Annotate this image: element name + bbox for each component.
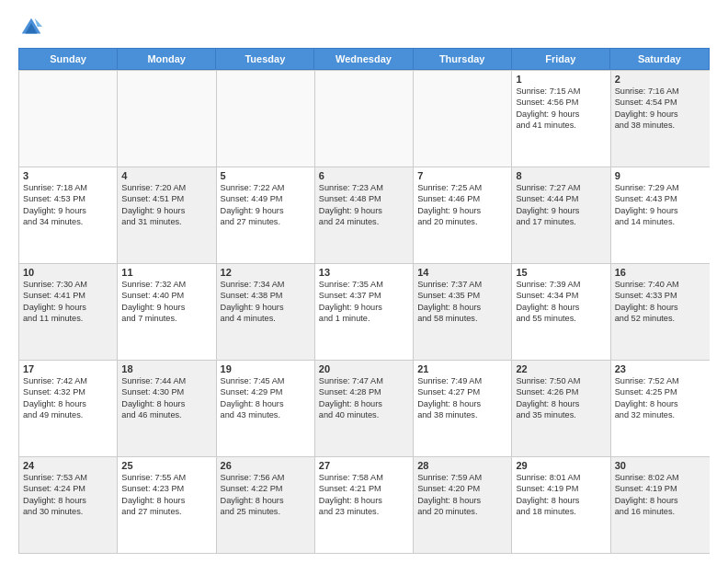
calendar-cell-23: 23Sunrise: 7:52 AMSunset: 4:25 PMDayligh…	[611, 361, 710, 456]
cell-line: Daylight: 9 hours	[23, 302, 113, 313]
cell-line: Sunrise: 8:01 AM	[516, 472, 606, 483]
page: SundayMondayTuesdayWednesdayThursdayFrid…	[0, 0, 728, 563]
cell-line: Sunrise: 7:27 AM	[516, 182, 606, 193]
cell-line: Daylight: 9 hours	[615, 205, 706, 216]
cell-line: and 43 minutes.	[221, 409, 311, 420]
cell-line: and 46 minutes.	[121, 409, 211, 420]
calendar-row-1: 1Sunrise: 7:15 AMSunset: 4:56 PMDaylight…	[19, 70, 710, 167]
calendar-cell-empty-3	[315, 71, 414, 167]
day-header-sunday: Sunday	[19, 49, 118, 69]
cell-line: Sunrise: 7:42 AM	[23, 375, 113, 386]
day-number: 28	[417, 460, 507, 471]
cell-line: Sunset: 4:40 PM	[121, 290, 211, 301]
calendar-cell-8: 8Sunrise: 7:27 AMSunset: 4:44 PMDaylight…	[512, 167, 610, 263]
cell-line: Daylight: 8 hours	[615, 398, 706, 409]
day-number: 11	[121, 267, 211, 278]
cell-line: Sunrise: 7:58 AM	[319, 472, 409, 483]
cell-line: Sunrise: 7:44 AM	[121, 375, 211, 386]
cell-line: Daylight: 8 hours	[121, 495, 211, 506]
cell-line: Sunrise: 7:47 AM	[319, 375, 409, 386]
calendar-cell-20: 20Sunrise: 7:47 AMSunset: 4:28 PMDayligh…	[315, 361, 414, 456]
day-number: 13	[319, 267, 409, 278]
cell-line: Daylight: 8 hours	[516, 302, 606, 313]
cell-line: Sunset: 4:20 PM	[417, 483, 507, 494]
calendar-cell-25: 25Sunrise: 7:55 AMSunset: 4:23 PMDayligh…	[118, 457, 216, 553]
calendar-cell-2: 2Sunrise: 7:16 AMSunset: 4:54 PMDaylight…	[611, 71, 710, 167]
cell-line: Daylight: 9 hours	[516, 109, 606, 120]
logo-icon	[18, 15, 44, 40]
cell-line: and 4 minutes.	[221, 313, 311, 324]
svg-marker-2	[35, 18, 42, 27]
cell-line: Sunset: 4:35 PM	[417, 290, 507, 301]
cell-line: Sunrise: 7:52 AM	[615, 375, 706, 386]
cell-line: Sunset: 4:27 PM	[417, 386, 507, 397]
day-number: 22	[516, 363, 606, 374]
cell-line: Daylight: 8 hours	[221, 398, 311, 409]
day-number: 17	[23, 363, 113, 374]
cell-line: Sunset: 4:24 PM	[23, 483, 113, 494]
day-number: 20	[319, 363, 409, 374]
cell-line: and 38 minutes.	[615, 120, 706, 131]
calendar-row-2: 3Sunrise: 7:18 AMSunset: 4:53 PMDaylight…	[19, 167, 710, 263]
cell-line: and 11 minutes.	[23, 313, 113, 324]
day-number: 9	[615, 170, 706, 181]
day-number: 27	[319, 460, 409, 471]
cell-line: Daylight: 9 hours	[121, 302, 211, 313]
cell-line: Sunset: 4:19 PM	[615, 483, 706, 494]
cell-line: and 1 minute.	[319, 313, 409, 324]
cell-line: Sunset: 4:28 PM	[319, 386, 409, 397]
cell-line: and 16 minutes.	[615, 506, 706, 517]
cell-line: Sunset: 4:34 PM	[516, 290, 606, 301]
day-number: 15	[516, 267, 606, 278]
cell-line: Daylight: 9 hours	[319, 205, 409, 216]
cell-line: Daylight: 8 hours	[516, 398, 606, 409]
cell-line: Sunset: 4:46 PM	[417, 193, 507, 204]
calendar-cell-12: 12Sunrise: 7:34 AMSunset: 4:38 PMDayligh…	[217, 264, 315, 360]
cell-line: Daylight: 8 hours	[319, 495, 409, 506]
cell-line: and 32 minutes.	[615, 409, 706, 420]
calendar-cell-9: 9Sunrise: 7:29 AMSunset: 4:43 PMDaylight…	[611, 167, 710, 263]
cell-line: and 38 minutes.	[417, 409, 507, 420]
calendar-row-3: 10Sunrise: 7:30 AMSunset: 4:41 PMDayligh…	[19, 263, 710, 360]
calendar-cell-22: 22Sunrise: 7:50 AMSunset: 4:26 PMDayligh…	[512, 361, 610, 456]
cell-line: Sunset: 4:25 PM	[615, 386, 706, 397]
calendar-cell-26: 26Sunrise: 7:56 AMSunset: 4:22 PMDayligh…	[217, 457, 315, 553]
day-number: 16	[615, 267, 706, 278]
calendar-cell-3: 3Sunrise: 7:18 AMSunset: 4:53 PMDaylight…	[19, 167, 118, 263]
calendar-cell-29: 29Sunrise: 8:01 AMSunset: 4:19 PMDayligh…	[512, 457, 610, 553]
calendar-cell-empty-1	[118, 71, 216, 167]
cell-line: and 18 minutes.	[516, 506, 606, 517]
day-header-friday: Friday	[512, 49, 610, 69]
cell-line: and 27 minutes.	[221, 216, 311, 227]
cell-line: and 34 minutes.	[23, 216, 113, 227]
cell-line: Sunset: 4:44 PM	[516, 193, 606, 204]
cell-line: Daylight: 8 hours	[615, 302, 706, 313]
day-number: 8	[516, 170, 606, 181]
cell-line: and 35 minutes.	[516, 409, 606, 420]
day-number: 21	[417, 363, 507, 374]
cell-line: and 20 minutes.	[417, 506, 507, 517]
cell-line: Sunrise: 7:45 AM	[221, 375, 311, 386]
cell-line: and 41 minutes.	[516, 120, 606, 131]
day-number: 5	[221, 170, 311, 181]
cell-line: Sunrise: 7:40 AM	[615, 279, 706, 290]
cell-line: Sunrise: 7:15 AM	[516, 86, 606, 97]
cell-line: Daylight: 9 hours	[221, 302, 311, 313]
calendar-cell-13: 13Sunrise: 7:35 AMSunset: 4:37 PMDayligh…	[315, 264, 414, 360]
cell-line: Daylight: 8 hours	[417, 302, 507, 313]
cell-line: Daylight: 8 hours	[615, 495, 706, 506]
day-header-monday: Monday	[118, 49, 216, 69]
cell-line: Sunset: 4:54 PM	[615, 97, 706, 108]
calendar-cell-16: 16Sunrise: 7:40 AMSunset: 4:33 PMDayligh…	[611, 264, 710, 360]
cell-line: Daylight: 8 hours	[417, 495, 507, 506]
calendar-cell-5: 5Sunrise: 7:22 AMSunset: 4:49 PMDaylight…	[217, 167, 315, 263]
day-number: 23	[615, 363, 706, 374]
day-number: 25	[121, 460, 211, 471]
cell-line: Sunset: 4:30 PM	[121, 386, 211, 397]
cell-line: Daylight: 9 hours	[23, 205, 113, 216]
calendar-cell-19: 19Sunrise: 7:45 AMSunset: 4:29 PMDayligh…	[217, 361, 315, 456]
day-header-tuesday: Tuesday	[216, 49, 314, 69]
cell-line: and 31 minutes.	[121, 216, 211, 227]
calendar-cell-17: 17Sunrise: 7:42 AMSunset: 4:32 PMDayligh…	[19, 361, 118, 456]
cell-line: Sunset: 4:49 PM	[221, 193, 311, 204]
